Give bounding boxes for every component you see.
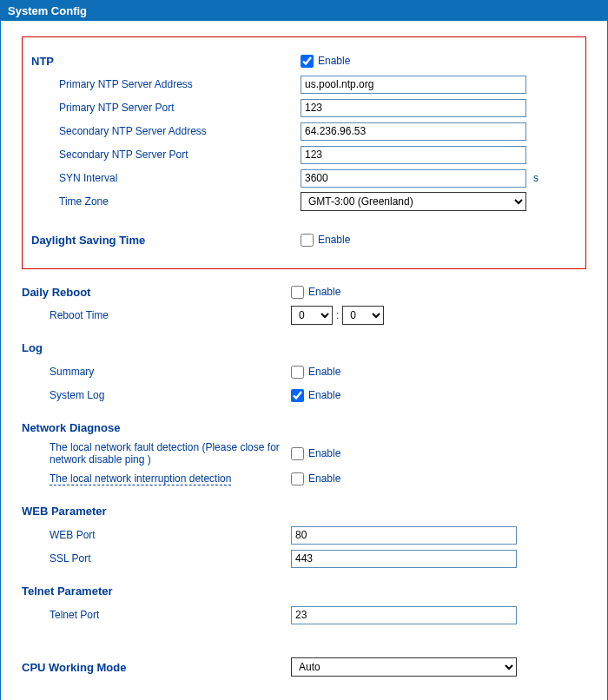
- web-parameter-heading: WEB Parameter: [22, 505, 586, 518]
- diag-fault-checkbox[interactable]: [291, 447, 304, 460]
- diag-fault-enable-label: Enable: [308, 447, 340, 459]
- diag-fault-label: The local network fault detection (Pleas…: [50, 441, 280, 466]
- reboot-hour-select[interactable]: 0: [291, 306, 333, 325]
- daily-reboot-heading: Daily Reboot: [22, 286, 90, 299]
- ntp-primary-port-label: Primary NTP Server Port: [59, 102, 174, 114]
- reboot-enable-control[interactable]: Enable: [291, 286, 340, 299]
- dst-enable-control[interactable]: Enable: [301, 234, 350, 247]
- ntp-primary-addr-label: Primary NTP Server Address: [59, 78, 193, 90]
- ntp-heading: NTP: [31, 55, 54, 68]
- reboot-heading-row: Daily Reboot Enable: [22, 281, 586, 302]
- cpu-working-mode-heading: CPU Working Mode: [22, 661, 126, 674]
- log-system-enable-label: Enable: [308, 389, 340, 401]
- dst-heading: Daylight Saving Time: [31, 234, 145, 247]
- dst-enable-checkbox[interactable]: [301, 234, 314, 247]
- network-diagnose-heading: Network Diagnose: [22, 421, 586, 434]
- ntp-secondary-port-label: Secondary NTP Server Port: [59, 149, 188, 161]
- ntp-enable-control[interactable]: Enable: [301, 55, 350, 68]
- ntp-heading-row: NTP Enable: [31, 50, 577, 71]
- ntp-enable-checkbox[interactable]: [301, 55, 314, 68]
- reboot-colon: :: [336, 309, 339, 321]
- telnet-port-input[interactable]: [291, 606, 517, 624]
- log-summary-checkbox[interactable]: [291, 366, 304, 379]
- reboot-time-label: Reboot Time: [50, 309, 109, 321]
- log-summary-enable-label: Enable: [308, 366, 340, 378]
- cpu-working-mode-select[interactable]: Auto: [291, 657, 517, 677]
- ntp-primary-addr-input[interactable]: [301, 76, 526, 94]
- window-content: NTP Enable Primary NTP Server Address Pr…: [1, 21, 607, 700]
- ntp-timezone-label: Time Zone: [59, 195, 109, 208]
- telnet-port-label: Telnet Port: [50, 609, 99, 621]
- diag-interrupt-control[interactable]: Enable: [291, 472, 340, 485]
- window-title: System Config: [8, 4, 87, 17]
- ssl-port-input[interactable]: [291, 550, 517, 568]
- web-port-label: WEB Port: [50, 529, 96, 541]
- reboot-enable-label: Enable: [308, 286, 340, 298]
- diag-interrupt-enable-label: Enable: [308, 472, 340, 485]
- ntp-syn-interval-input[interactable]: [301, 169, 526, 188]
- telnet-parameter-heading: Telnet Parameter: [22, 584, 586, 598]
- dst-heading-row: Daylight Saving Time Enable: [31, 229, 577, 250]
- diag-fault-control[interactable]: Enable: [291, 447, 340, 460]
- diag-interrupt-label[interactable]: The local network interruption detection: [50, 472, 231, 485]
- ntp-secondary-addr-input[interactable]: [301, 122, 526, 141]
- ntp-dst-highlight-box: NTP Enable Primary NTP Server Address Pr…: [22, 36, 586, 269]
- web-port-input[interactable]: [291, 526, 517, 545]
- log-system-control[interactable]: Enable: [291, 389, 340, 402]
- log-system-label: System Log: [50, 389, 104, 401]
- dst-enable-label: Enable: [318, 234, 350, 246]
- window-titlebar: System Config: [1, 1, 607, 21]
- ntp-secondary-addr-label: Secondary NTP Server Address: [59, 125, 207, 137]
- log-system-checkbox[interactable]: [291, 389, 304, 402]
- ntp-syn-suffix: s: [533, 172, 539, 184]
- log-summary-control[interactable]: Enable: [291, 366, 340, 379]
- ntp-timezone-select[interactable]: GMT-3:00 (Greenland): [301, 192, 526, 211]
- log-heading: Log: [22, 341, 586, 354]
- ntp-primary-port-input[interactable]: [301, 99, 526, 117]
- diag-interrupt-checkbox[interactable]: [291, 472, 304, 485]
- ntp-enable-label: Enable: [318, 55, 350, 67]
- reboot-enable-checkbox[interactable]: [291, 286, 304, 299]
- system-config-window: System Config NTP Enable Primary NTP Ser…: [0, 0, 608, 700]
- ntp-secondary-port-input[interactable]: [301, 146, 526, 164]
- ssl-port-label: SSL Port: [50, 552, 91, 565]
- ntp-syn-interval-label: SYN Interval: [59, 172, 117, 184]
- log-summary-label: Summary: [50, 366, 94, 378]
- cpu-mode-row: CPU Working Mode Auto: [22, 657, 586, 677]
- reboot-minute-select[interactable]: 0: [342, 306, 384, 325]
